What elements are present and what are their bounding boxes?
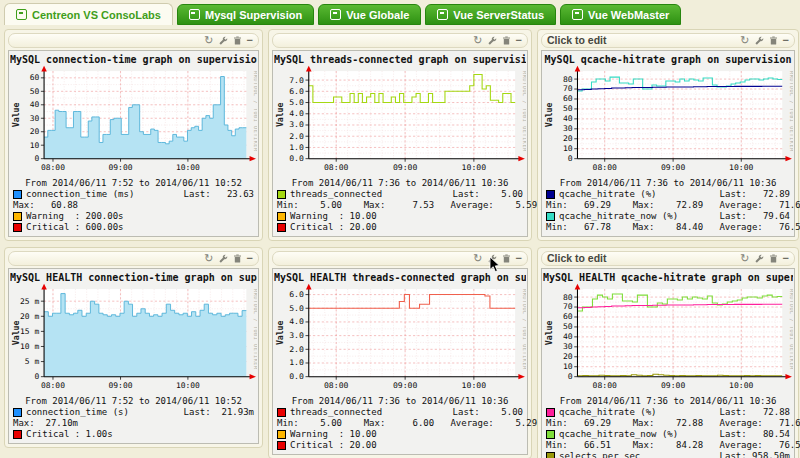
svg-text:20: 20 (30, 127, 40, 136)
legend-swatch (277, 441, 286, 450)
graph-widget-mysql-qcache-hitrate-graph-on-supervision: Click to edit ↻ − MySQL_qcache-hitrate g… (537, 29, 799, 241)
graph-timerange: From 2014/06/11 7:36 to 2014/06/11 10:36 (274, 396, 526, 406)
tab-mysql-supervision[interactable]: Mysql Supervision (177, 4, 314, 25)
legend-row: Critical : 600.00s (13, 222, 254, 233)
trash-icon[interactable] (233, 254, 242, 263)
graph-title: MySQL_HEALTH_qcache-hitrate graph on sup… (543, 272, 793, 283)
svg-text:1.0: 1.0 (289, 359, 304, 368)
tab-label: Vue ServerStatus (453, 9, 544, 21)
trash-icon[interactable] (769, 36, 778, 45)
refresh-icon[interactable]: ↻ (740, 36, 749, 45)
legend-swatch (277, 190, 286, 199)
legend-row: Min: 67.78 Max: 84.40 Average: 76.57 (546, 222, 790, 233)
legend-row: Min: 5.00 Max: 7.53 Average: 5.59 (277, 200, 523, 211)
svg-text:Value: Value (543, 321, 553, 345)
rrd-graph-image: MySQL_threads-connected graph on supervi… (272, 50, 528, 237)
legend-row: Warning : 10.00 (277, 211, 523, 222)
refresh-icon[interactable]: ↻ (204, 254, 213, 263)
minimize-icon[interactable]: − (247, 254, 253, 263)
widget-title-bar[interactable]: ↻ − (8, 33, 259, 48)
trash-icon[interactable] (502, 254, 511, 263)
trash-icon[interactable] (233, 36, 242, 45)
legend-row: qcache_hitrate (%)Last: 72.88 (546, 407, 790, 418)
widget-title[interactable]: Click to edit (547, 35, 607, 46)
refresh-icon[interactable]: ↻ (473, 36, 482, 45)
legend-text: connection_time (s) (26, 407, 129, 418)
legend-row: Critical : 20.00 (277, 222, 523, 233)
svg-text:40: 40 (30, 100, 40, 109)
view-icon (189, 9, 200, 20)
svg-text:3.0: 3.0 (289, 331, 304, 340)
legend-text: Warning : 10.00 (290, 211, 377, 222)
tab-centreon-vs-consolabs[interactable]: Centreon VS ConsoLabs (4, 3, 173, 25)
widget-title-bar[interactable]: Click to edit ↻ − (541, 251, 795, 266)
graph-title: MySQL_qcache-hitrate graph on supervisio… (543, 54, 793, 65)
rrd-graph-image: MySQL_HEALTH_threads-connected graph on … (272, 268, 528, 455)
trash-icon[interactable] (769, 254, 778, 263)
svg-text:30: 30 (563, 342, 573, 351)
svg-text:Value: Value (543, 103, 553, 127)
legend-text: qcache_hitrate (%) (559, 189, 657, 200)
graph-widget-mysql-health-connection-time-graph-on-supervision: ↻ − MySQL_HEALTH_connection-time graph o… (4, 247, 263, 448)
wrench-icon[interactable] (755, 254, 764, 263)
legend-swatch (13, 190, 22, 199)
graph-widget-mysql-connection-time-graph-on-supervision: ↻ − MySQL_connection-time graph on super… (4, 29, 263, 241)
svg-text:70: 70 (563, 303, 573, 312)
svg-text:5.0: 5.0 (289, 98, 304, 107)
minimize-icon[interactable]: − (247, 36, 253, 45)
legend-last-value: Last: 80.54 (720, 429, 790, 440)
widget-title-bar[interactable]: ↻ − (272, 33, 528, 48)
rrd-graph-image: MySQL_HEALTH_qcache-hitrate graph on sup… (541, 268, 795, 458)
svg-text:RRDTOOL / TOBI OETIKER: RRDTOOL / TOBI OETIKER (789, 71, 793, 152)
refresh-icon[interactable]: ↻ (473, 254, 482, 263)
tab-label: Centreon VS ConsoLabs (32, 9, 161, 21)
svg-text:10: 10 (563, 144, 573, 153)
refresh-icon[interactable]: ↻ (204, 36, 213, 45)
tab-vue-globale[interactable]: Vue Globale (318, 4, 421, 25)
graph-widget-mysql-health-threads-connected-graph-on-supervision: ↻ − MySQL_HEALTH_threads-connected graph… (268, 247, 532, 458)
chart-plot: 0.01.02.03.04.05.06.07.008:0009:0010:00V… (274, 65, 526, 177)
legend-text: Max: 60.88 (13, 200, 78, 211)
tab-label: Vue Globale (346, 9, 409, 21)
widget-title-bar[interactable]: Click to edit ↻ − (541, 33, 795, 48)
svg-text:10:00: 10:00 (176, 381, 200, 390)
minimize-icon[interactable]: − (516, 254, 522, 263)
trash-icon[interactable] (502, 36, 511, 45)
svg-text:10:00: 10:00 (462, 163, 487, 172)
widget-title[interactable]: Click to edit (547, 253, 607, 264)
wrench-icon[interactable] (488, 36, 497, 45)
svg-text:09:00: 09:00 (109, 163, 133, 172)
tab-label: Vue WebMaster (588, 9, 669, 21)
legend-row: threads_connectedLast: 5.00 (277, 407, 523, 418)
svg-text:0: 0 (568, 372, 573, 381)
svg-text:RRDTOOL / TOBI OETIKER: RRDTOOL / TOBI OETIKER (253, 71, 257, 152)
widget-toolbar: ↻ − (473, 36, 522, 45)
minimize-icon[interactable]: − (783, 254, 789, 263)
view-icon (330, 9, 341, 20)
legend-swatch (546, 190, 555, 199)
tab-bar: Centreon VS ConsoLabsMysql SupervisionVu… (0, 0, 800, 25)
wrench-icon[interactable] (488, 254, 497, 263)
wrench-icon[interactable] (219, 36, 228, 45)
svg-text:RRDTOOL / TOBI OETIKER: RRDTOOL / TOBI OETIKER (789, 289, 793, 370)
svg-text:60: 60 (563, 313, 573, 322)
legend-row: qcache_hitrate_now (%)Last: 79.64 (546, 211, 790, 222)
widget-title-bar[interactable]: ↻ − (272, 251, 528, 266)
legend-row: connection_time (ms)Last: 23.63 (13, 189, 254, 200)
legend-text: Min: 5.00 Max: 6.00 Average: 5.29 (277, 418, 537, 429)
refresh-icon[interactable]: ↻ (740, 254, 749, 263)
legend-last-value: Last: 72.89 (720, 189, 790, 200)
wrench-icon[interactable] (755, 36, 764, 45)
minimize-icon[interactable]: − (783, 36, 789, 45)
graph-timerange: From 2014/06/11 7:36 to 2014/06/11 10:36 (543, 178, 793, 188)
tab-vue-webmaster[interactable]: Vue WebMaster (560, 4, 681, 25)
chart-plot: 0102030405060708008:0009:0010:00ValueRRD… (543, 65, 793, 177)
svg-text:3.0: 3.0 (289, 121, 304, 130)
minimize-icon[interactable]: − (516, 36, 522, 45)
svg-text:Value: Value (274, 103, 284, 127)
tab-vue-serverstatus[interactable]: Vue ServerStatus (425, 4, 556, 25)
widget-title-bar[interactable]: ↻ − (8, 251, 259, 266)
legend-text: threads_connected (290, 407, 382, 418)
graph-title: MySQL_HEALTH_threads-connected graph on … (274, 272, 526, 283)
wrench-icon[interactable] (219, 254, 228, 263)
